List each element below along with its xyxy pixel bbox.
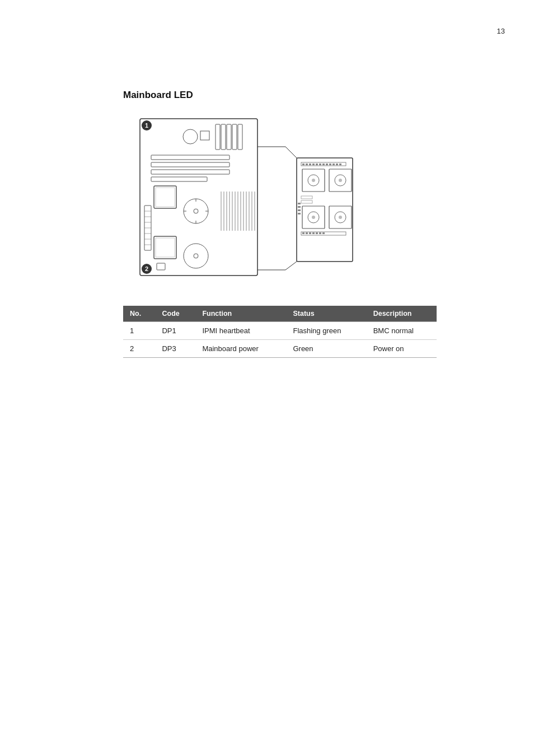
svg-rect-6	[200, 131, 209, 140]
svg-rect-15	[151, 177, 207, 181]
svg-point-81	[339, 216, 342, 219]
cell-description-1: Power on	[367, 340, 437, 358]
svg-rect-14	[151, 170, 229, 174]
col-header-status: Status	[286, 306, 366, 322]
svg-rect-93	[298, 213, 301, 214]
table-row: 2DP3Mainboard powerGreenPower on	[123, 340, 437, 358]
svg-rect-67	[339, 164, 341, 165]
svg-rect-17	[156, 188, 175, 207]
svg-rect-84	[306, 232, 308, 234]
svg-rect-8	[221, 124, 226, 150]
svg-rect-57	[306, 164, 308, 165]
svg-rect-45	[154, 236, 176, 259]
col-header-no: No.	[123, 306, 155, 322]
svg-rect-75	[301, 200, 312, 203]
cell-status-1: Green	[286, 340, 366, 358]
svg-rect-86	[312, 232, 315, 234]
svg-rect-56	[302, 164, 305, 165]
cell-status-0: Flashing green	[286, 322, 366, 340]
svg-rect-66	[336, 164, 338, 165]
svg-rect-65	[332, 164, 335, 165]
svg-line-53	[285, 262, 297, 270]
svg-rect-0	[140, 119, 257, 276]
svg-rect-13	[151, 162, 229, 167]
svg-rect-63	[326, 164, 328, 165]
svg-rect-87	[316, 232, 318, 234]
svg-rect-10	[232, 124, 237, 150]
svg-point-19	[194, 209, 198, 213]
cell-no-1: 2	[123, 340, 155, 358]
svg-rect-91	[298, 206, 301, 208]
svg-rect-92	[298, 209, 301, 211]
cell-code-0: DP1	[155, 322, 195, 340]
svg-point-78	[312, 216, 315, 219]
svg-rect-89	[322, 232, 325, 234]
svg-line-52	[285, 147, 297, 158]
cell-function-1: Mainboard power	[195, 340, 286, 358]
svg-rect-46	[156, 238, 175, 257]
svg-text:1: 1	[145, 122, 148, 129]
svg-rect-88	[319, 232, 321, 234]
svg-rect-62	[322, 164, 325, 165]
svg-point-48	[194, 254, 198, 258]
svg-rect-74	[301, 196, 312, 199]
svg-rect-64	[329, 164, 331, 165]
svg-rect-61	[319, 164, 321, 165]
svg-rect-83	[302, 232, 305, 234]
svg-point-47	[184, 244, 208, 268]
svg-rect-7	[216, 124, 220, 150]
svg-point-5	[183, 129, 198, 144]
table-header: No. Code Function Status Description	[123, 306, 437, 322]
col-header-code: Code	[155, 306, 195, 322]
svg-rect-9	[227, 124, 231, 150]
svg-rect-11	[238, 124, 242, 150]
svg-point-73	[339, 179, 342, 182]
main-content: Mainboard LED 1 2	[123, 90, 504, 358]
col-header-description: Description	[367, 306, 437, 322]
svg-rect-58	[309, 164, 311, 165]
svg-rect-85	[309, 232, 311, 234]
table-row: 1DP1IPMI heartbeatFlashing greenBMC norm…	[123, 322, 437, 340]
svg-point-70	[312, 179, 315, 182]
cell-code-1: DP3	[155, 340, 195, 358]
svg-text:2: 2	[145, 265, 148, 272]
svg-rect-60	[316, 164, 318, 165]
cell-no-0: 1	[123, 322, 155, 340]
svg-point-18	[184, 199, 208, 223]
svg-rect-59	[312, 164, 315, 165]
page-number: 13	[497, 27, 505, 35]
col-header-function: Function	[195, 306, 286, 322]
led-table: No. Code Function Status Description 1DP…	[123, 306, 437, 358]
section-title: Mainboard LED	[123, 90, 504, 101]
svg-rect-49	[157, 263, 165, 270]
table-body: 1DP1IPMI heartbeatFlashing greenBMC norm…	[123, 322, 437, 358]
cell-function-0: IPMI heartbeat	[195, 322, 286, 340]
mainboard-diagram: 1 2	[123, 113, 358, 292]
svg-rect-16	[154, 186, 176, 208]
svg-rect-90	[298, 203, 301, 204]
cell-description-0: BMC normal	[367, 322, 437, 340]
diagram-container: 1 2	[123, 113, 504, 292]
svg-rect-12	[151, 155, 229, 160]
